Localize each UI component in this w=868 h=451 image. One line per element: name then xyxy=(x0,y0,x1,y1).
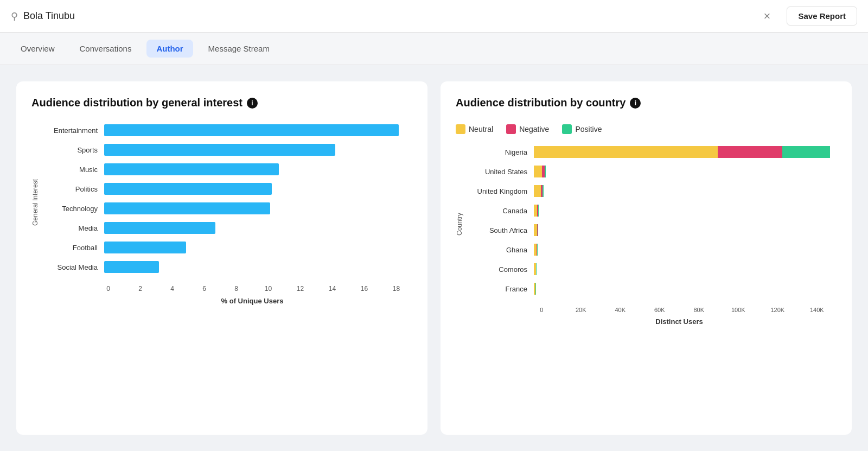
x-tick: 8 xyxy=(220,285,252,293)
left-chart-info-icon[interactable]: i xyxy=(247,98,258,109)
neutral-segment xyxy=(534,166,542,177)
country-chart-wrap: Country Nigeria United States United Kin… xyxy=(456,146,837,302)
left-y-axis-label: General Interest xyxy=(31,179,39,226)
bar-row: Sports xyxy=(43,144,412,156)
close-button[interactable]: × xyxy=(764,9,771,23)
bar-label: Entertainment xyxy=(43,126,98,135)
save-report-button[interactable]: Save Report xyxy=(787,7,857,26)
country-label: Nigeria xyxy=(468,148,527,156)
x-tick-country: 40K xyxy=(601,307,640,313)
legend-label: Negative xyxy=(519,125,549,134)
x-tick-country: 140K xyxy=(797,307,837,313)
bar-row: Football xyxy=(43,242,412,253)
legend-item: Positive xyxy=(562,124,602,134)
bar-chart-wrap: Entertainment Sports Music Politics Tech… xyxy=(43,124,412,281)
search-icon: ⚲ xyxy=(11,10,18,22)
country-row: Nigeria xyxy=(468,146,837,158)
legend-color xyxy=(506,124,516,134)
bar-label: Social Media xyxy=(43,263,98,271)
country-bar-bg xyxy=(534,185,837,197)
negative-segment xyxy=(718,146,783,158)
right-x-axis-label: Distinct Users xyxy=(522,317,837,326)
x-tick: 14 xyxy=(316,285,348,293)
bar-fill xyxy=(104,261,159,273)
bar-label: Politics xyxy=(43,185,98,193)
right-x-axis: 020K40K60K80K100K120K140K xyxy=(522,307,837,313)
neutral-segment xyxy=(534,146,718,158)
x-tick: 6 xyxy=(188,285,220,293)
country-label: South Africa xyxy=(468,226,527,234)
tab-conversations[interactable]: Conversations xyxy=(70,40,142,58)
search-query: Bola Tinubu xyxy=(23,10,758,22)
bar-fill xyxy=(104,163,279,175)
bar-fill xyxy=(104,124,399,136)
x-tick: 12 xyxy=(284,285,316,293)
country-row: United Kingdom xyxy=(468,185,837,197)
left-chart-card: Audience distribution by general interes… xyxy=(16,81,427,435)
tab-message-stream[interactable]: Message Stream xyxy=(199,40,279,58)
right-chart-info-icon[interactable]: i xyxy=(630,98,641,109)
tabs-bar: Overview Conversations Author Message St… xyxy=(0,33,868,65)
x-tick: 2 xyxy=(124,285,156,293)
positive-segment xyxy=(542,185,543,197)
bar-label: Music xyxy=(43,166,98,174)
x-tick: 4 xyxy=(156,285,188,293)
country-label: Canada xyxy=(468,207,527,215)
legend-color xyxy=(456,124,465,134)
bar-label: Sports xyxy=(43,146,98,154)
left-x-axis: 024681012141618 xyxy=(92,285,412,293)
bar-fill xyxy=(104,183,272,195)
legend-color xyxy=(562,124,572,134)
country-bar-bg xyxy=(534,166,837,177)
bar-fill xyxy=(104,242,186,253)
bar-fill xyxy=(104,202,270,214)
x-tick-country: 100K xyxy=(719,307,758,313)
left-chart-title: Audience distribution by general interes… xyxy=(31,97,412,109)
x-tick: 0 xyxy=(92,285,124,293)
bar-bg xyxy=(104,261,412,273)
country-bar-bg xyxy=(534,224,837,236)
country-label: France xyxy=(468,285,527,293)
country-bar-bg xyxy=(534,146,837,158)
bar-row: Politics xyxy=(43,183,412,195)
country-row: United States xyxy=(468,166,837,177)
bar-row: Entertainment xyxy=(43,124,412,136)
x-tick-country: 20K xyxy=(561,307,601,313)
x-tick-country: 120K xyxy=(758,307,797,313)
legend: Neutral Negative Positive xyxy=(456,124,837,134)
bar-bg xyxy=(104,222,412,234)
bar-row: Social Media xyxy=(43,261,412,273)
bar-row: Media xyxy=(43,222,412,234)
x-tick-country: 60K xyxy=(640,307,680,313)
bar-bg xyxy=(104,144,412,156)
x-tick: 18 xyxy=(380,285,412,293)
country-label: Ghana xyxy=(468,246,527,254)
country-row: France xyxy=(468,283,837,295)
bar-bg xyxy=(104,183,412,195)
country-row: Comoros xyxy=(468,263,837,275)
country-row: South Africa xyxy=(468,224,837,236)
country-bars: Nigeria United States United Kingdom Can… xyxy=(468,146,837,302)
country-bar-bg xyxy=(534,263,837,275)
bar-label: Football xyxy=(43,244,98,252)
tab-overview[interactable]: Overview xyxy=(11,40,65,58)
country-bar-bg xyxy=(534,205,837,217)
bar-bg xyxy=(104,163,412,175)
left-x-axis-label: % of Unique Users xyxy=(92,297,412,305)
legend-label: Positive xyxy=(575,125,602,134)
header: ⚲ Bola Tinubu × Save Report xyxy=(0,0,868,33)
bar-bg xyxy=(104,242,412,253)
left-chart-area: General Interest Entertainment Sports Mu… xyxy=(31,124,412,281)
bar-fill xyxy=(104,144,335,156)
legend-item: Neutral xyxy=(456,124,493,134)
bar-row: Technology xyxy=(43,202,412,214)
country-label: United Kingdom xyxy=(468,187,527,195)
x-tick-country: 0 xyxy=(522,307,561,313)
right-chart-title: Audience distribution by country i xyxy=(456,97,837,109)
country-label: United States xyxy=(468,168,527,176)
country-row: Canada xyxy=(468,205,837,217)
legend-item: Negative xyxy=(506,124,549,134)
x-tick-country: 80K xyxy=(679,307,719,313)
legend-label: Neutral xyxy=(469,125,493,134)
tab-author[interactable]: Author xyxy=(146,40,193,58)
